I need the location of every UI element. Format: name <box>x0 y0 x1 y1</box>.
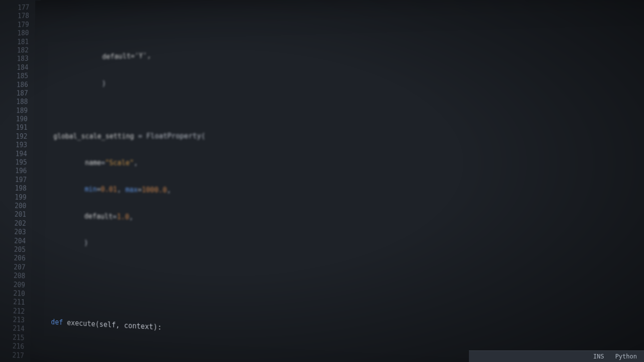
code-line <box>35 343 519 362</box>
line-number: 190 <box>10 115 28 124</box>
line-number: 180 <box>11 29 29 38</box>
code-line: ) <box>38 72 515 89</box>
code-line: default=1.0, <box>37 211 517 230</box>
line-number: 183 <box>11 55 29 64</box>
line-number: 185 <box>10 72 28 81</box>
line-number: 198 <box>9 185 27 194</box>
code-editor[interactable]: 1771781791801811821831841851861871881891… <box>2 0 644 362</box>
status-syntax[interactable]: Python <box>615 353 637 360</box>
line-number: 213 <box>7 315 25 325</box>
code-line: default='Y', <box>39 43 515 63</box>
line-number: 215 <box>6 333 24 343</box>
line-number: 196 <box>9 167 27 176</box>
line-number: 186 <box>10 80 28 89</box>
line-number: 211 <box>7 298 25 307</box>
line-number: 197 <box>9 175 27 185</box>
code-line: name="Scale", <box>37 158 516 170</box>
line-number-gutter: 1771781791801811821831841851861871881891… <box>2 1 35 362</box>
line-number: 202 <box>8 219 26 228</box>
line-number: 207 <box>7 262 25 272</box>
line-number: 194 <box>9 150 27 158</box>
line-number: 205 <box>8 245 26 254</box>
line-number: 189 <box>10 107 28 115</box>
code-line <box>38 101 515 115</box>
status-bar: INS Python <box>469 350 644 362</box>
line-number: 187 <box>10 89 28 98</box>
line-number: 210 <box>7 289 25 299</box>
line-number: 212 <box>7 307 25 316</box>
line-number: 200 <box>8 202 26 211</box>
line-number: 214 <box>6 324 24 334</box>
line-number: 201 <box>8 210 26 219</box>
line-number: 191 <box>10 124 28 132</box>
line-number: 182 <box>11 46 29 55</box>
code-area[interactable]: default='Y', ) global_scale_setting = Fl… <box>30 0 519 362</box>
line-number: 179 <box>11 21 29 30</box>
line-number: 217 <box>6 350 24 360</box>
code-line: ) <box>36 237 517 259</box>
line-number: 181 <box>11 38 29 47</box>
line-number: 178 <box>11 12 29 21</box>
status-insert-mode[interactable]: INS <box>593 353 604 360</box>
line-number: 192 <box>9 132 27 141</box>
line-number: 208 <box>7 272 25 281</box>
code-line: global_scale_setting = FloatProperty( <box>38 131 516 141</box>
line-number: 188 <box>10 98 28 107</box>
line-number: 206 <box>8 254 26 263</box>
line-number: 199 <box>9 193 27 202</box>
line-number: 204 <box>8 236 26 245</box>
line-number: 216 <box>6 342 24 352</box>
line-number: 193 <box>9 141 27 149</box>
line-number: 195 <box>9 158 27 167</box>
code-line: def execute(self, context): <box>35 317 519 350</box>
line-number: 203 <box>8 228 26 237</box>
line-number: 177 <box>11 4 29 13</box>
code-line: min=0.01, max=1000.0, <box>37 185 516 200</box>
line-number: 209 <box>7 280 25 290</box>
line-number: 184 <box>11 63 29 72</box>
